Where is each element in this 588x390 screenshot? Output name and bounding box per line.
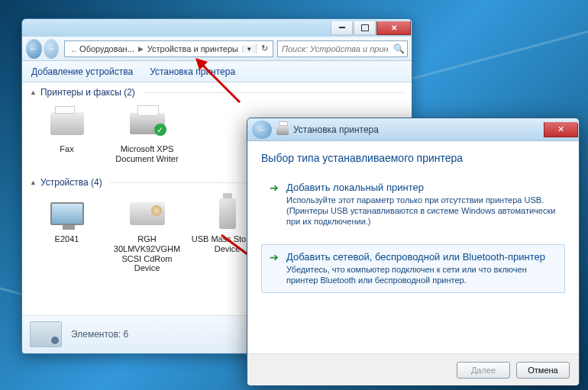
device-label: RGH 30LMVK92VGHM SCSI CdRom Device	[110, 234, 184, 273]
printer-icon: ✓	[130, 113, 165, 134]
add-device-menu[interactable]: Добавление устройства	[30, 63, 134, 80]
camera-icon	[30, 321, 62, 347]
option-network-printer[interactable]: ➔ Добавить сетевой, беспроводной или Blu…	[261, 244, 565, 293]
option-description: Используйте этот параметр только при отс…	[286, 195, 557, 227]
fax-icon	[50, 112, 84, 135]
search-input[interactable]	[278, 44, 392, 53]
add-printer-menu[interactable]: Установка принтера	[148, 63, 237, 80]
group-title: Принтеры и факсы (2)	[40, 87, 135, 98]
device-label: E2041	[30, 234, 104, 244]
option-local-printer[interactable]: ➔ Добавить локальный принтер Используйте…	[261, 175, 565, 234]
usb-drive-icon	[219, 198, 236, 229]
breadcrumb-segment[interactable]: Оборудован...	[76, 41, 138, 56]
wizard-titlebar: ← Установка принтера ✕	[247, 118, 579, 141]
breadcrumb-dropdown[interactable]: ▾	[242, 45, 256, 53]
device-label: Fax	[30, 144, 104, 154]
next-button[interactable]: Далее	[457, 362, 510, 379]
monitor-icon	[50, 202, 84, 225]
device-item-monitor[interactable]: E2041	[27, 192, 107, 276]
option-title: Добавить локальный принтер	[286, 182, 557, 193]
close-button[interactable]	[376, 21, 411, 35]
group-title: Устройства (4)	[40, 177, 102, 188]
option-description: Убедитесь, что компьютер подключен к сет…	[286, 265, 557, 286]
arrow-right-icon: ➔	[270, 182, 279, 194]
explorer-navbar: ← → « Оборудован... ▶ Устройства и принт…	[22, 37, 412, 61]
default-check-icon: ✓	[154, 124, 166, 136]
chevron-right-icon: ▶	[138, 45, 144, 53]
nav-back-button[interactable]: ←	[26, 39, 42, 59]
nav-forward-button[interactable]: →	[44, 39, 60, 59]
add-printer-wizard: ← Установка принтера ✕ Выбор типа устана…	[247, 118, 580, 385]
search-icon[interactable]: 🔍	[392, 44, 407, 54]
breadcrumb[interactable]: « Оборудован... ▶ Устройства и принтеры …	[64, 40, 273, 57]
cdrom-icon	[130, 202, 165, 225]
wizard-body: Выбор типа устанавливаемого принтера ➔ Д…	[247, 141, 579, 353]
minimize-button[interactable]	[331, 21, 353, 35]
maximize-button[interactable]	[354, 21, 376, 35]
chevron-down-icon: ▲	[30, 179, 37, 186]
search-box[interactable]: 🔍	[277, 40, 408, 57]
printer-icon	[276, 124, 289, 135]
arrow-right-icon: ➔	[270, 251, 279, 263]
device-item-fax[interactable]: Fax	[27, 102, 107, 166]
chevron-down-icon: ▲	[30, 89, 37, 96]
explorer-toolbar: Добавление устройства Установка принтера	[22, 61, 412, 82]
device-label: Microsoft XPS Document Writer	[110, 144, 184, 163]
explorer-titlebar	[22, 19, 412, 37]
breadcrumb-segment[interactable]: Устройства и принтеры	[144, 41, 242, 56]
option-title: Добавить сетевой, беспроводной или Bluet…	[286, 251, 557, 263]
device-item-cdrom[interactable]: RGH 30LMVK92VGHM SCSI CdRom Device	[107, 192, 187, 276]
wizard-footer: Далее Отмена	[247, 353, 579, 385]
group-header-printers[interactable]: ▲ Принтеры и факсы (2)	[22, 82, 412, 99]
device-item-xps[interactable]: ✓ Microsoft XPS Document Writer	[107, 102, 187, 166]
wizard-heading: Выбор типа устанавливаемого принтера	[261, 152, 565, 164]
status-count: Элементов: 6	[71, 329, 128, 340]
refresh-icon[interactable]: ↻	[256, 44, 273, 53]
wizard-close-button[interactable]: ✕	[544, 122, 578, 137]
wizard-back-button[interactable]: ←	[252, 121, 272, 139]
wizard-title: Установка принтера	[293, 124, 544, 135]
cancel-button[interactable]: Отмена	[516, 362, 570, 379]
